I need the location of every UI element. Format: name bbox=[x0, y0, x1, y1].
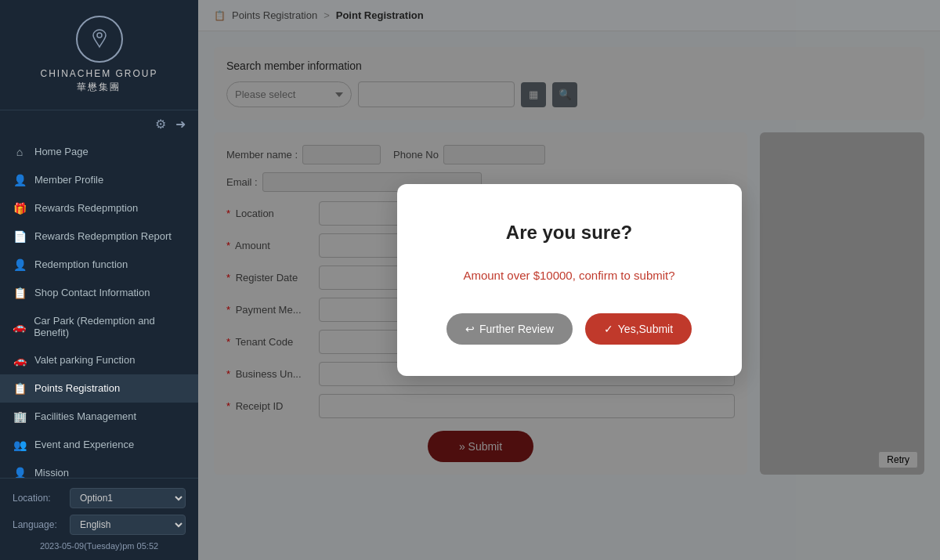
sidebar-item-label: Rewards Redepmption bbox=[34, 202, 138, 214]
sidebar-footer: Location: Option1 Language: English 2023… bbox=[0, 478, 198, 560]
sidebar-item-label: Points Registration bbox=[34, 382, 120, 394]
location-select[interactable]: Option1 bbox=[70, 488, 186, 508]
sidebar-item-label: Event and Experience bbox=[34, 439, 134, 450]
settings-icon[interactable]: ⚙ bbox=[155, 117, 166, 132]
modal-buttons: ↩ Further Review ✓ Yes,Submit bbox=[428, 313, 710, 345]
logo-area: CHINACHEM GROUP 華懋集團 bbox=[0, 0, 198, 110]
further-review-label: Further Review bbox=[479, 323, 554, 335]
sidebar-item-label: Shop Contact Information bbox=[34, 287, 150, 298]
yes-submit-button[interactable]: ✓ Yes,Submit bbox=[585, 313, 692, 345]
sidebar: CHINACHEM GROUP 華懋集團 ⚙ ➜ ⌂ Home Page 👤 M… bbox=[0, 0, 198, 560]
sidebar-item-shop-contact[interactable]: 📋 Shop Contact Information bbox=[0, 279, 198, 307]
sidebar-item-label: Home Page bbox=[34, 146, 89, 157]
sidebar-item-redemption-function[interactable]: 👤 Redemption function bbox=[0, 251, 198, 279]
logout-icon[interactable]: ➜ bbox=[175, 117, 186, 132]
modal-overlay: Are you sure? Amount over $10000, confir… bbox=[198, 0, 940, 560]
car-icon: 🚗 bbox=[13, 320, 26, 333]
brand-name: CHINACHEM GROUP 華懋集團 bbox=[40, 67, 157, 94]
user-icon: 👤 bbox=[13, 174, 27, 186]
modal-message: Amount over $10000, confirm to submit? bbox=[428, 269, 710, 282]
modal-title: Are you sure? bbox=[428, 222, 710, 244]
sidebar-item-label: Facilities Management bbox=[34, 410, 136, 422]
sidebar-item-mission[interactable]: 👤 Mission bbox=[0, 459, 198, 478]
sidebar-item-event-experience[interactable]: 👥 Event and Experience bbox=[0, 431, 198, 459]
sidebar-item-car-park[interactable]: 🚗 Car Park (Redemption and Benefit) bbox=[0, 307, 198, 346]
sidebar-item-label: Member Profile bbox=[34, 174, 103, 186]
language-row: Language: English bbox=[13, 515, 186, 535]
sidebar-item-label: Redemption function bbox=[34, 258, 128, 270]
report-icon: 📄 bbox=[13, 230, 27, 243]
points-icon: 📋 bbox=[13, 382, 27, 395]
sidebar-item-member-profile[interactable]: 👤 Member Profile bbox=[0, 166, 198, 194]
further-review-icon: ↩ bbox=[465, 323, 475, 335]
sidebar-item-label: Rewards Redepmption Report bbox=[34, 230, 172, 242]
yes-submit-label: Yes,Submit bbox=[618, 323, 673, 335]
location-label: Location: bbox=[13, 493, 63, 504]
datetime-display: 2023-05-09(Tuesday)pm 05:52 bbox=[13, 541, 186, 551]
brand-logo bbox=[76, 16, 123, 63]
language-select[interactable]: English bbox=[70, 515, 186, 535]
sidebar-item-facilities[interactable]: 🏢 Facilities Management bbox=[0, 403, 198, 431]
mission-icon: 👤 bbox=[13, 467, 27, 478]
home-icon: ⌂ bbox=[13, 146, 27, 158]
sidebar-item-valet-parking[interactable]: 🚗 Valet parking Function bbox=[0, 346, 198, 374]
sidebar-actions: ⚙ ➜ bbox=[0, 110, 198, 138]
valet-icon: 🚗 bbox=[13, 354, 27, 367]
location-row: Location: Option1 bbox=[13, 488, 186, 508]
sidebar-item-label: Valet parking Function bbox=[34, 354, 135, 366]
main-content: 📋 Points Registration > Point Registrati… bbox=[198, 0, 940, 560]
yes-submit-icon: ✓ bbox=[604, 323, 613, 335]
gift-icon: 🎁 bbox=[13, 202, 27, 215]
sidebar-item-rewards-redemption[interactable]: 🎁 Rewards Redepmption bbox=[0, 194, 198, 222]
sidebar-item-points-registration[interactable]: 📋 Points Registration bbox=[0, 374, 198, 403]
sidebar-item-rewards-report[interactable]: 📄 Rewards Redepmption Report bbox=[0, 222, 198, 251]
sidebar-item-label: Mission bbox=[34, 467, 69, 478]
svg-point-0 bbox=[97, 33, 102, 38]
shop-icon: 📋 bbox=[13, 287, 27, 299]
confirmation-modal: Are you sure? Amount over $10000, confir… bbox=[397, 184, 742, 376]
nav-menu: ⌂ Home Page 👤 Member Profile 🎁 Rewards R… bbox=[0, 138, 198, 478]
language-label: Language: bbox=[13, 519, 63, 530]
further-review-button[interactable]: ↩ Further Review bbox=[446, 313, 573, 345]
redemption-icon: 👤 bbox=[13, 258, 27, 271]
sidebar-item-label: Car Park (Redemption and Benefit) bbox=[34, 315, 186, 338]
facilities-icon: 🏢 bbox=[13, 410, 27, 423]
sidebar-item-home[interactable]: ⌂ Home Page bbox=[0, 138, 198, 166]
event-icon: 👥 bbox=[13, 439, 27, 451]
